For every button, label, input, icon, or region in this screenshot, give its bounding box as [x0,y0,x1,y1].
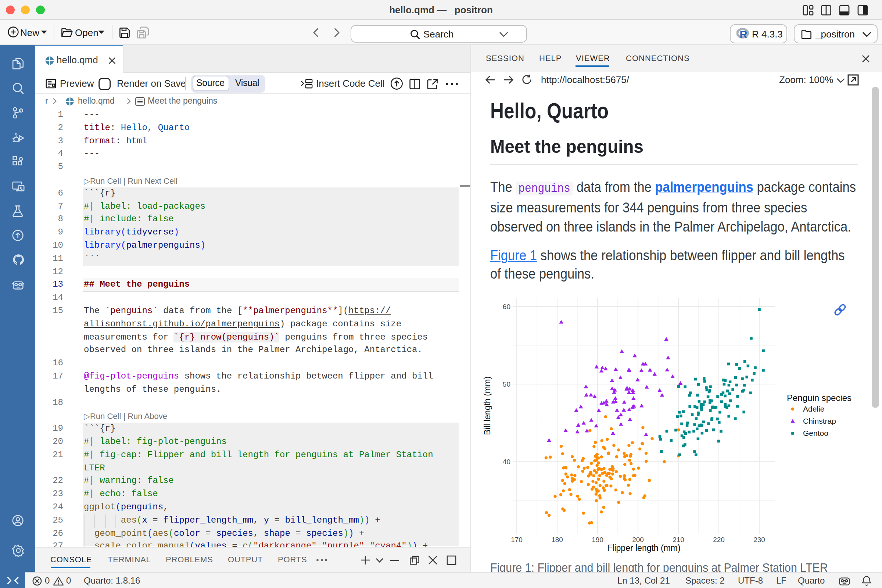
svg-text:60: 60 [503,303,510,310]
svg-text:190: 190 [592,536,603,543]
svg-text:180: 180 [551,536,563,543]
svg-text:50: 50 [503,380,510,388]
svg-text:Chinstrap: Chinstrap [803,417,836,425]
svg-text:220: 220 [713,536,725,543]
svg-text:Gentoo: Gentoo [803,429,828,437]
svg-text:230: 230 [753,536,765,543]
svg-text:Flipper length (mm): Flipper length (mm) [607,543,680,553]
svg-text:200: 200 [632,536,644,543]
svg-text:Bill length (mm): Bill length (mm) [483,376,492,435]
svg-text:R: R [740,28,747,40]
svg-text:210: 210 [672,536,684,543]
svg-text:Adelie: Adelie [803,405,824,413]
svg-text:Penguin species: Penguin species [787,393,852,403]
svg-text:40: 40 [503,458,510,466]
svg-text:170: 170 [511,536,523,543]
